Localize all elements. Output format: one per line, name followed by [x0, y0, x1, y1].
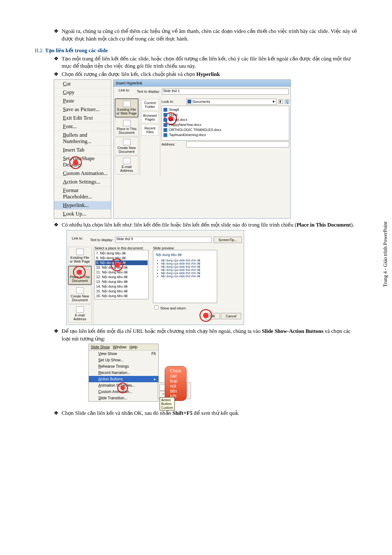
context-menu-item[interactable]: Look Up... — [54, 210, 111, 218]
menubar-item[interactable]: Window — [113, 345, 126, 349]
bullet-text: Ngoài ra, chúng ta cũng có thể thêm các … — [62, 28, 357, 42]
browse-tab[interactable]: Recent Files — [141, 124, 159, 136]
context-menu-item[interactable]: Exit Edit Text — [54, 114, 111, 122]
preview-bullet: Nội dung của slide thứ chín đề — [161, 265, 214, 268]
linkto-tab[interactable]: Existing File or Web Page — [68, 247, 92, 265]
text-to-display-input[interactable]: Slide thứ 1 — [162, 89, 289, 95]
context-menu-item[interactable]: Copy — [54, 88, 111, 97]
preview-bullet: Nội dung của slide thứ chín đề — [161, 271, 214, 275]
context-menu-item[interactable]: Bullets and Numbering... — [54, 131, 111, 146]
tooltip-label: Action Button: Custom — [160, 397, 175, 410]
menu-item[interactable]: Rehearse Timings — [89, 363, 158, 370]
preview-bullet: Nội dung của slide thứ chín đề — [161, 262, 214, 265]
bullet-text: Tạo một trang để liên kết đến các slide,… — [62, 56, 351, 69]
show-return-label: Show and return — [160, 306, 186, 310]
lookin-label: Look in: — [162, 100, 184, 103]
menubar-item[interactable]: Slide Show — [91, 345, 110, 349]
tree-item[interactable]: 11. Nội dung tiêu đề — [95, 270, 148, 275]
bullet-text: Chọn Slide cần liên kết và nhấn OK, sau … — [62, 410, 172, 416]
context-menu-item[interactable]: Insert Tab — [54, 146, 111, 154]
context-menu-item[interactable]: Paste — [54, 97, 111, 105]
select-place-label: Select a place in this document: — [95, 246, 149, 250]
tree-item[interactable]: 7. Nội dung tiêu đề — [95, 251, 148, 256]
up-one-level-icon[interactable]: ⬆ — [279, 99, 283, 104]
bullet-text: Có nhiều lựa chọn liên kết như: liên kết… — [62, 222, 297, 228]
context-menu[interactable]: CutCopyPasteSave as Picture...Exit Edit … — [54, 79, 111, 219]
context-menu-item[interactable]: Hyperlink... — [54, 201, 111, 210]
show-return-checkbox[interactable] — [154, 305, 158, 309]
browse-tab[interactable]: Current Folder — [141, 99, 159, 110]
bullet-text: Chọn đối tượng cần được liên kết, click … — [62, 71, 196, 77]
file-item[interactable]: DicVol.docx — [163, 117, 288, 122]
tree-item[interactable]: 8. Nội dung tiêu đề — [95, 256, 148, 260]
address-label: Address: — [162, 142, 184, 146]
slide-preview: Nội dung tiêu đề Nội dung của slide thứ … — [153, 250, 217, 303]
linkto-label: Link to: — [113, 87, 135, 97]
menubar-item[interactable]: Help — [130, 345, 138, 349]
linkto-tab[interactable]: Create New Document — [68, 285, 92, 304]
linkto-tab[interactable]: E-mail Address — [115, 156, 138, 174]
dialog-title: Insert Hyperlink — [113, 80, 291, 87]
linkto-tab[interactable]: Place in This Document — [115, 118, 138, 136]
cancel-button[interactable]: Cancel — [221, 313, 241, 319]
highlight-circle-icon — [199, 309, 212, 322]
tree-item[interactable]: 16. Nội dung tiêu đề — [95, 294, 148, 298]
menu-item[interactable]: Record Narration... — [89, 370, 158, 376]
linkto-label: Link to: — [67, 235, 88, 245]
callout-label: Chọn các loại nút liên kết — [165, 366, 187, 401]
highlight-circle-icon — [69, 156, 82, 169]
tree-item[interactable]: 14. Nội dung tiêu đề — [95, 284, 148, 289]
tree-item[interactable]: 12. Nội dung tiêu đề — [95, 275, 148, 279]
menu-item[interactable]: Action Buttons▸ — [89, 376, 158, 382]
slide-tree[interactable]: 7. Nội dung tiêu đề 8. Nội dung tiêu đề … — [95, 250, 149, 299]
menu-item[interactable]: Slide Transition... — [89, 395, 158, 401]
file-item[interactable]: HappyNewYear.docx — [163, 122, 288, 127]
menu-item[interactable]: View ShowF5 — [89, 351, 158, 357]
context-menu-item[interactable]: Save as Picture... — [54, 105, 111, 114]
slideshow-menu[interactable]: Slide Show Window Help View ShowF5Set Up… — [89, 344, 159, 402]
text-to-display-input[interactable]: Slide thứ 9 — [115, 237, 212, 243]
highlight-circle-icon — [111, 259, 123, 271]
file-list[interactable]: SnagitHungDicVol.docxHappyNewYear.docxOR… — [162, 106, 289, 140]
address-input[interactable] — [186, 141, 289, 147]
insert-hyperlink-dialog-2: Link to: Text to display: Slide thứ 9 Sc… — [66, 230, 244, 325]
context-menu-item[interactable]: Cut — [54, 80, 111, 88]
linkto-tab[interactable]: E-mail Address — [68, 304, 92, 323]
menu-item[interactable]: Set Up Show... — [89, 357, 158, 363]
linkto-tab[interactable]: Existing File or Web Page — [115, 98, 138, 117]
tree-item[interactable]: 15. Nội dung tiêu đề — [95, 289, 148, 294]
file-item[interactable]: ORTHOLOGIC TRIANGLES.docx — [163, 127, 288, 132]
file-item[interactable]: Snagit — [163, 107, 288, 112]
bold-term: Hyperlink — [196, 71, 220, 77]
context-menu-item[interactable]: Format Placeholder... — [54, 186, 111, 201]
browse-web-icon[interactable]: Q — [285, 99, 289, 104]
linkto-tab[interactable]: Create New Document — [115, 137, 138, 155]
context-menu-item[interactable]: Set AutoShape Defaults — [54, 154, 111, 169]
section-heading: II.2. Tạo liên kết trong các slide — [35, 47, 357, 54]
lookin-combo[interactable]: Documents ▼ — [186, 99, 277, 105]
preview-bullet: Nội dung của slide thứ chín đề — [161, 275, 214, 278]
bullet-text: Để tạo liên kết đến một địa chỉ URL hoặc… — [62, 328, 262, 334]
bold-term: Slide Show-Action Buttons — [262, 328, 323, 334]
preview-label: Slide preview: — [153, 246, 217, 250]
highlight-circle-icon — [73, 266, 86, 278]
insert-hyperlink-dialog: Insert Hyperlink Link to: Text to displa… — [113, 79, 291, 219]
text-to-display-label: Text to display: — [137, 90, 160, 93]
bold-term: Place in This Document — [297, 222, 351, 228]
context-menu-item[interactable]: Action Settings... — [54, 178, 111, 186]
screentip-button[interactable]: ScreenTip... — [214, 237, 242, 243]
context-menu-item[interactable]: Font... — [54, 122, 111, 131]
text-to-display-label: Text to display: — [90, 238, 113, 242]
bold-term: Shift+F5 — [172, 410, 193, 416]
page-footer-side: Trang 4 - Giáo trình PowerPoint — [383, 221, 388, 287]
file-item[interactable]: Hung — [163, 112, 288, 117]
tree-item[interactable]: 13. Nội dung tiêu đề — [95, 279, 148, 284]
preview-bullet: Nội dung của slide thứ chín đề — [161, 268, 214, 271]
file-item[interactable]: TapHuanElearning.docx — [163, 132, 288, 137]
browse-tab[interactable]: Browsed Pages — [141, 112, 159, 123]
context-menu-item[interactable]: Custom Animation... — [54, 169, 111, 178]
preview-bullet: Nội dung của slide thứ chín đề — [161, 259, 214, 262]
